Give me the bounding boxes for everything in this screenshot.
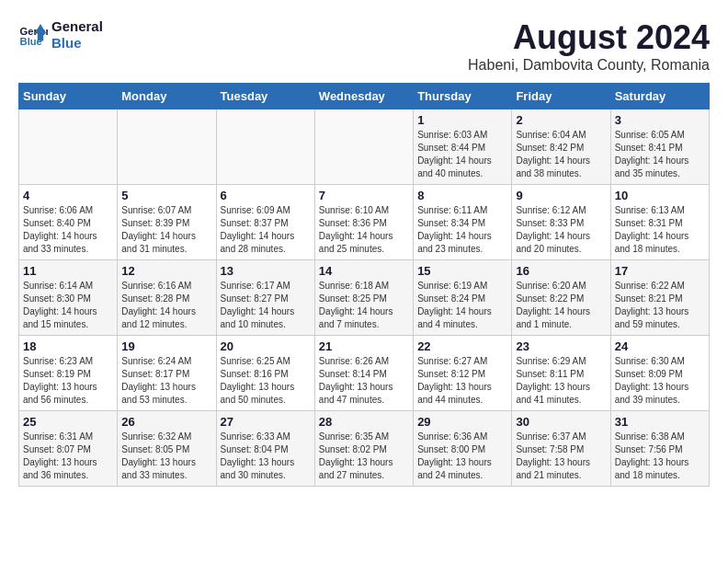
weekday-header-monday: Monday bbox=[118, 84, 216, 109]
day-info: Sunrise: 6:31 AM Sunset: 8:07 PM Dayligh… bbox=[23, 431, 113, 482]
day-number: 26 bbox=[121, 415, 211, 429]
logo: General Blue General Blue bbox=[18, 18, 103, 52]
calendar-cell: 29Sunrise: 6:36 AM Sunset: 8:00 PM Dayli… bbox=[414, 411, 512, 487]
calendar-cell: 17Sunrise: 6:22 AM Sunset: 8:21 PM Dayli… bbox=[610, 260, 709, 336]
day-info: Sunrise: 6:23 AM Sunset: 8:19 PM Dayligh… bbox=[23, 355, 113, 407]
day-info: Sunrise: 6:09 AM Sunset: 8:37 PM Dayligh… bbox=[221, 204, 311, 256]
page-title: August 2024 bbox=[468, 18, 710, 57]
day-number: 29 bbox=[417, 415, 507, 429]
calendar-cell: 9Sunrise: 6:12 AM Sunset: 8:33 PM Daylig… bbox=[512, 185, 610, 260]
day-number: 15 bbox=[417, 264, 507, 278]
day-info: Sunrise: 6:06 AM Sunset: 8:40 PM Dayligh… bbox=[23, 204, 113, 256]
day-number: 23 bbox=[516, 339, 606, 353]
day-info: Sunrise: 6:29 AM Sunset: 8:11 PM Dayligh… bbox=[516, 355, 606, 407]
day-info: Sunrise: 6:13 AM Sunset: 8:31 PM Dayligh… bbox=[615, 204, 705, 256]
day-info: Sunrise: 6:04 AM Sunset: 8:42 PM Dayligh… bbox=[516, 129, 606, 180]
calendar-cell: 3Sunrise: 6:05 AM Sunset: 8:41 PM Daylig… bbox=[610, 109, 709, 185]
day-number: 2 bbox=[516, 113, 606, 127]
weekday-header-sunday: Sunday bbox=[19, 84, 118, 109]
day-number: 20 bbox=[221, 339, 311, 353]
day-number: 12 bbox=[121, 264, 211, 278]
day-number: 21 bbox=[319, 339, 409, 353]
day-info: Sunrise: 6:36 AM Sunset: 8:00 PM Dayligh… bbox=[417, 431, 507, 482]
calendar-cell bbox=[216, 109, 314, 185]
calendar-cell: 31Sunrise: 6:38 AM Sunset: 7:56 PM Dayli… bbox=[610, 411, 709, 487]
calendar-cell: 23Sunrise: 6:29 AM Sunset: 8:11 PM Dayli… bbox=[512, 336, 610, 411]
weekday-header-thursday: Thursday bbox=[414, 84, 512, 109]
weekday-header-wednesday: Wednesday bbox=[314, 84, 413, 109]
calendar-cell: 25Sunrise: 6:31 AM Sunset: 8:07 PM Dayli… bbox=[19, 411, 118, 487]
calendar-cell: 8Sunrise: 6:11 AM Sunset: 8:34 PM Daylig… bbox=[414, 185, 512, 260]
day-info: Sunrise: 6:16 AM Sunset: 8:28 PM Dayligh… bbox=[121, 280, 211, 331]
day-info: Sunrise: 6:35 AM Sunset: 8:02 PM Dayligh… bbox=[319, 431, 409, 482]
logo-general: General bbox=[51, 18, 103, 35]
day-info: Sunrise: 6:20 AM Sunset: 8:22 PM Dayligh… bbox=[516, 280, 606, 331]
week-row-5: 25Sunrise: 6:31 AM Sunset: 8:07 PM Dayli… bbox=[19, 411, 710, 487]
day-info: Sunrise: 6:22 AM Sunset: 8:21 PM Dayligh… bbox=[615, 280, 705, 331]
calendar-cell: 22Sunrise: 6:27 AM Sunset: 8:12 PM Dayli… bbox=[414, 336, 512, 411]
day-info: Sunrise: 6:32 AM Sunset: 8:05 PM Dayligh… bbox=[121, 431, 211, 482]
day-number: 25 bbox=[23, 415, 113, 429]
calendar-cell: 24Sunrise: 6:30 AM Sunset: 8:09 PM Dayli… bbox=[610, 336, 709, 411]
title-area: August 2024 Habeni, Dambovita County, Ro… bbox=[468, 18, 710, 74]
subtitle: Habeni, Dambovita County, Romania bbox=[468, 57, 710, 74]
day-info: Sunrise: 6:25 AM Sunset: 8:16 PM Dayligh… bbox=[221, 355, 311, 407]
weekday-header-row: SundayMondayTuesdayWednesdayThursdayFrid… bbox=[19, 84, 710, 109]
day-number: 13 bbox=[221, 264, 311, 278]
day-number: 5 bbox=[121, 189, 211, 202]
week-row-3: 11Sunrise: 6:14 AM Sunset: 8:30 PM Dayli… bbox=[19, 260, 710, 336]
day-number: 19 bbox=[121, 339, 211, 353]
day-number: 30 bbox=[516, 415, 606, 429]
day-number: 24 bbox=[615, 339, 705, 353]
calendar-cell: 28Sunrise: 6:35 AM Sunset: 8:02 PM Dayli… bbox=[314, 411, 413, 487]
day-info: Sunrise: 6:27 AM Sunset: 8:12 PM Dayligh… bbox=[417, 355, 507, 407]
day-info: Sunrise: 6:10 AM Sunset: 8:36 PM Dayligh… bbox=[319, 204, 409, 256]
day-info: Sunrise: 6:14 AM Sunset: 8:30 PM Dayligh… bbox=[23, 280, 113, 331]
calendar-cell: 7Sunrise: 6:10 AM Sunset: 8:36 PM Daylig… bbox=[314, 185, 413, 260]
calendar-cell: 2Sunrise: 6:04 AM Sunset: 8:42 PM Daylig… bbox=[512, 109, 610, 185]
day-info: Sunrise: 6:38 AM Sunset: 7:56 PM Dayligh… bbox=[615, 431, 705, 482]
day-number: 9 bbox=[516, 189, 606, 202]
day-number: 17 bbox=[615, 264, 705, 278]
day-number: 10 bbox=[615, 189, 705, 202]
day-info: Sunrise: 6:11 AM Sunset: 8:34 PM Dayligh… bbox=[417, 204, 507, 256]
weekday-header-tuesday: Tuesday bbox=[216, 84, 314, 109]
day-number: 8 bbox=[417, 189, 507, 202]
calendar-cell: 10Sunrise: 6:13 AM Sunset: 8:31 PM Dayli… bbox=[610, 185, 709, 260]
day-number: 16 bbox=[516, 264, 606, 278]
day-info: Sunrise: 6:33 AM Sunset: 8:04 PM Dayligh… bbox=[221, 431, 311, 482]
day-number: 14 bbox=[319, 264, 409, 278]
day-info: Sunrise: 6:26 AM Sunset: 8:14 PM Dayligh… bbox=[319, 355, 409, 407]
day-number: 11 bbox=[23, 264, 113, 278]
day-info: Sunrise: 6:24 AM Sunset: 8:17 PM Dayligh… bbox=[121, 355, 211, 407]
week-row-1: 1Sunrise: 6:03 AM Sunset: 8:44 PM Daylig… bbox=[19, 109, 710, 185]
calendar-cell: 20Sunrise: 6:25 AM Sunset: 8:16 PM Dayli… bbox=[216, 336, 314, 411]
calendar-cell: 13Sunrise: 6:17 AM Sunset: 8:27 PM Dayli… bbox=[216, 260, 314, 336]
day-number: 22 bbox=[417, 339, 507, 353]
logo-blue: Blue bbox=[51, 35, 103, 52]
calendar-cell: 12Sunrise: 6:16 AM Sunset: 8:28 PM Dayli… bbox=[118, 260, 216, 336]
day-info: Sunrise: 6:03 AM Sunset: 8:44 PM Dayligh… bbox=[417, 129, 507, 180]
calendar-cell: 1Sunrise: 6:03 AM Sunset: 8:44 PM Daylig… bbox=[414, 109, 512, 185]
day-number: 27 bbox=[221, 415, 311, 429]
calendar-cell: 11Sunrise: 6:14 AM Sunset: 8:30 PM Dayli… bbox=[19, 260, 118, 336]
day-info: Sunrise: 6:18 AM Sunset: 8:25 PM Dayligh… bbox=[319, 280, 409, 331]
day-number: 4 bbox=[23, 189, 113, 202]
day-number: 6 bbox=[221, 189, 311, 202]
calendar-cell bbox=[19, 109, 118, 185]
calendar-cell: 26Sunrise: 6:32 AM Sunset: 8:05 PM Dayli… bbox=[118, 411, 216, 487]
day-number: 31 bbox=[615, 415, 705, 429]
day-info: Sunrise: 6:17 AM Sunset: 8:27 PM Dayligh… bbox=[221, 280, 311, 331]
day-number: 1 bbox=[417, 113, 507, 127]
day-info: Sunrise: 6:05 AM Sunset: 8:41 PM Dayligh… bbox=[615, 129, 705, 180]
weekday-header-saturday: Saturday bbox=[610, 84, 709, 109]
day-info: Sunrise: 6:19 AM Sunset: 8:24 PM Dayligh… bbox=[417, 280, 507, 331]
calendar-cell: 4Sunrise: 6:06 AM Sunset: 8:40 PM Daylig… bbox=[19, 185, 118, 260]
day-info: Sunrise: 6:12 AM Sunset: 8:33 PM Dayligh… bbox=[516, 204, 606, 256]
calendar-cell: 5Sunrise: 6:07 AM Sunset: 8:39 PM Daylig… bbox=[118, 185, 216, 260]
calendar-cell: 14Sunrise: 6:18 AM Sunset: 8:25 PM Dayli… bbox=[314, 260, 413, 336]
calendar-cell: 15Sunrise: 6:19 AM Sunset: 8:24 PM Dayli… bbox=[414, 260, 512, 336]
day-info: Sunrise: 6:30 AM Sunset: 8:09 PM Dayligh… bbox=[615, 355, 705, 407]
day-number: 3 bbox=[615, 113, 705, 127]
day-number: 18 bbox=[23, 339, 113, 353]
